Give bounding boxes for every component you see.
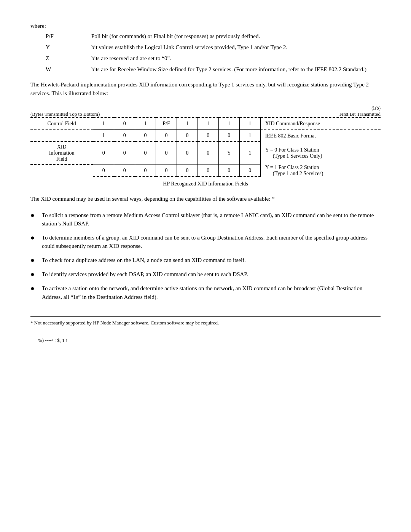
table-bit-cell: 1	[218, 118, 239, 130]
def-description: bits are for Receive Window Size defined…	[91, 66, 381, 73]
table-right-desc: Y = 0 For Class 1 Station(Type 1 Service…	[260, 142, 381, 165]
list-item: ●To activate a station onto the network,…	[30, 284, 381, 301]
def-description: Poll bit (for commands) or Final bit (fo…	[91, 33, 381, 40]
definition-row: Ybit values establish the Logical Link C…	[30, 44, 381, 51]
list-item: ●To determine members of a group, an XID…	[30, 233, 381, 251]
page-footer: %) ----/ ! $, 1 !	[30, 337, 381, 343]
table-bit-cell: 0	[135, 165, 156, 177]
def-term: Z	[30, 55, 91, 62]
def-term: P/F	[30, 33, 91, 40]
footnote-text: * Not necessarily supported by HP Node M…	[30, 320, 381, 326]
table-left-label: XIDInformationField	[30, 142, 93, 165]
table-bit-cell: 0	[177, 165, 198, 177]
table-bit-cell: 0	[156, 142, 177, 165]
table-bit-cell: 0	[156, 130, 177, 142]
footnote-section: * Not necessarily supported by HP Node M…	[30, 316, 381, 326]
table-bit-cell: 0	[198, 165, 218, 177]
bullet-item-text: To solicit a response from a remote Medi…	[42, 211, 381, 228]
table-row: Control Field101P/F1111XID Command/Respo…	[30, 118, 381, 130]
table-bit-cell: 1	[135, 118, 156, 130]
table-bit-cell: 0	[239, 165, 260, 177]
table-header-left: (Bytes Transmitted Top to Bottom)	[30, 111, 100, 117]
bullet-list: ●To solicit a response from a remote Med…	[30, 211, 381, 302]
table-row: 00000000Y = 1 For Class 2 Station(Type 1…	[30, 165, 381, 177]
table-header-right: First Bit Transmitted	[339, 111, 381, 117]
table-bit-cell: 1	[93, 118, 114, 130]
bullet-item-text: To identify services provided by each DS…	[42, 270, 381, 279]
table-left-label	[30, 165, 93, 177]
table-bit-cell: 1	[239, 130, 260, 142]
table-bit-cell: 0	[218, 165, 239, 177]
definition-row: Wbits are for Receive Window Size define…	[30, 66, 381, 73]
bullet-item-text: To activate a station onto the network, …	[42, 284, 381, 301]
table-bit-cell: 0	[93, 142, 114, 165]
list-item: ●To check for a duplicate address on the…	[30, 256, 381, 265]
table-bit-cell: 1	[239, 142, 260, 165]
table-left-label: Control Field	[30, 118, 93, 130]
def-term: W	[30, 66, 91, 73]
table-bit-cell: 0	[177, 142, 198, 165]
intro-paragraph: The Hewlett-Packard implementation provi…	[30, 80, 381, 97]
def-description: bit values establish the Logical Link Co…	[91, 44, 381, 51]
list-item: ●To identify services provided by each D…	[30, 270, 381, 279]
bullet-item-text: To determine members of a group, an XID …	[42, 233, 381, 251]
where-section: where: P/FPoll bit (for commands) or Fin…	[30, 23, 381, 73]
table-header-lsb: (lsb)	[339, 105, 381, 111]
table-caption: HP Recognized XID Information Fields	[30, 181, 381, 187]
page-content: where: P/FPoll bit (for commands) or Fin…	[30, 23, 381, 343]
table-bit-cell: P/F	[156, 118, 177, 130]
table-bit-cell: 1	[198, 118, 218, 130]
table-right-desc: Y = 1 For Class 2 Station(Type 1 and 2 S…	[260, 165, 381, 177]
table-bit-cell: 0	[114, 130, 135, 142]
table-bit-cell: 0	[114, 142, 135, 165]
table-bit-cell: 0	[156, 165, 177, 177]
def-term: Y	[30, 44, 91, 51]
table-bit-cell: 0	[218, 130, 239, 142]
table-bit-cell: Y	[218, 142, 239, 165]
table-row: 10000001IEEE 802 Basic Format	[30, 130, 381, 142]
xid-data-table: Control Field101P/F1111XID Command/Respo…	[30, 117, 381, 177]
table-bit-cell: 0	[135, 142, 156, 165]
where-label: where:	[30, 23, 381, 29]
definition-table: P/FPoll bit (for commands) or Final bit …	[30, 33, 381, 73]
bullet-dot-icon: ●	[30, 233, 42, 251]
xid-table-container: (Bytes Transmitted Top to Bottom) (lsb) …	[30, 105, 381, 187]
table-bit-cell: 0	[177, 130, 198, 142]
table-bit-cell: 1	[93, 130, 114, 142]
table-right-desc: XID Command/Response	[260, 118, 381, 130]
table-row: XIDInformationField000000Y1Y = 0 For Cla…	[30, 142, 381, 165]
bullet-item-text: To check for a duplicate address on the …	[42, 256, 381, 265]
definition-row: Zbits are reserved and are set to “0”.	[30, 55, 381, 62]
table-bit-cell: 0	[93, 165, 114, 177]
list-item: ●To solicit a response from a remote Med…	[30, 211, 381, 228]
table-bit-cell: 1	[177, 118, 198, 130]
definition-row: P/FPoll bit (for commands) or Final bit …	[30, 33, 381, 40]
table-left-label	[30, 130, 93, 142]
table-bit-cell: 0	[198, 130, 218, 142]
table-bit-cell: 0	[135, 130, 156, 142]
bullet-dot-icon: ●	[30, 284, 42, 301]
table-bit-cell: 0	[114, 118, 135, 130]
bullet-dot-icon: ●	[30, 256, 42, 265]
def-description: bits are reserved and are set to “0”.	[91, 55, 381, 62]
table-bit-cell: 0	[198, 142, 218, 165]
body-paragraph: The XID command may be used in several w…	[30, 195, 381, 203]
bullet-dot-icon: ●	[30, 270, 42, 279]
table-bit-cell: 1	[239, 118, 260, 130]
table-bit-cell: 0	[114, 165, 135, 177]
table-right-desc: IEEE 802 Basic Format	[260, 130, 381, 142]
bullet-dot-icon: ●	[30, 211, 42, 228]
